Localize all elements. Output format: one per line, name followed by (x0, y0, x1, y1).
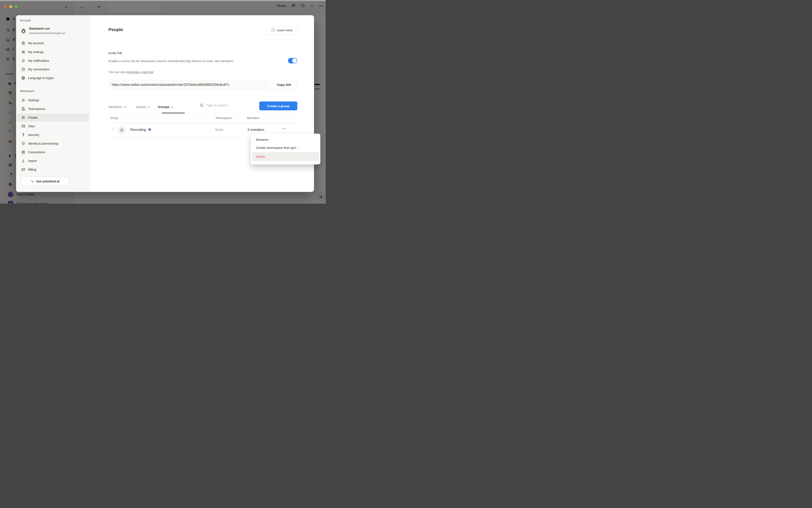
grid-icon (21, 150, 26, 154)
expand-chevron-icon[interactable]: › (112, 127, 113, 132)
credit-card-icon (21, 167, 26, 172)
copy-link-button[interactable]: Copy link (271, 80, 297, 89)
group-people-icon (120, 128, 124, 132)
group-name[interactable]: Recruiting (130, 128, 152, 132)
workspace-section-label: Workspace (20, 90, 34, 93)
invite-link-toggle[interactable] (288, 58, 297, 64)
settings-modal: Account Stephanie Lee stephanie@toolsfor… (16, 15, 314, 192)
tab-members[interactable]: Members21 (109, 105, 127, 109)
sidebar-item-identity-provisioning[interactable]: Identity & provisioning (17, 139, 89, 147)
import-arrow-icon (21, 159, 26, 163)
search-icon (200, 103, 204, 108)
sidebar-item-people[interactable]: People (17, 114, 89, 122)
create-group-button[interactable]: Create a group (259, 101, 297, 110)
menu-item-create-teamspace[interactable]: Create teamspace from gro... (252, 144, 319, 152)
column-header-members: Members (247, 116, 259, 120)
toggle-knob (292, 58, 297, 63)
cell-teamspaces: None (215, 128, 223, 132)
generate-new-link[interactable]: generate a new link (127, 71, 154, 74)
screen: « ← → + Share ☆ ••• (0, 0, 326, 204)
zoom-window-button[interactable] (15, 5, 17, 8)
gear-icon (21, 98, 26, 102)
tab-groups[interactable]: Groups1 (158, 105, 173, 109)
people-icon (21, 116, 26, 120)
shield-check-icon (21, 141, 26, 146)
sidebar-item-teamspaces[interactable]: Teamspaces (17, 105, 89, 113)
help-question-icon: ? (271, 28, 275, 32)
sidebar-item-billing[interactable]: Billing (17, 166, 89, 174)
page-title: People (109, 27, 123, 32)
close-window-button[interactable] (4, 5, 7, 8)
sliders-icon (21, 50, 26, 54)
globe-icon (21, 76, 26, 80)
sidebar-item-settings[interactable]: Settings (17, 96, 89, 104)
group-avatar (118, 126, 126, 134)
invite-link-heading: Invite link (109, 51, 122, 55)
key-icon (21, 133, 26, 137)
sidebar-item-my-connections[interactable]: My connections (17, 65, 89, 73)
sidebar-item-security[interactable]: Security (17, 131, 89, 139)
ai-sparkles-icon (30, 179, 34, 183)
group-context-menu: Rename Create teamspace from gro... Dele… (251, 134, 320, 165)
menu-item-rename[interactable]: Rename (252, 136, 319, 144)
speaking-head-emoji (148, 128, 152, 132)
tab-guests[interactable]: Guests2 (136, 105, 150, 109)
invite-link-also-text: You can also generate a new link (109, 71, 153, 74)
row-more-icon[interactable]: ••• (282, 127, 287, 131)
user-name: Stephanie Lee (29, 27, 50, 30)
sidebar-item-my-settings[interactable]: My settings (17, 48, 89, 56)
group-search (200, 103, 250, 108)
sidebar-item-sites[interactable]: Sites (17, 122, 89, 130)
active-tab-underline (162, 113, 185, 113)
minimize-window-button[interactable] (9, 5, 12, 8)
settings-sidebar: Account Stephanie Lee stephanie@toolsfor… (16, 15, 90, 192)
person-circle-icon (21, 41, 26, 45)
sidebar-item-import[interactable]: Import (17, 157, 89, 165)
cell-members: 3 members (247, 128, 264, 132)
search-input[interactable] (206, 103, 250, 108)
arrow-up-right-box-icon (21, 67, 26, 72)
column-header-teamspaces: Teamspaces (215, 116, 232, 120)
column-header-group: Group (110, 116, 118, 120)
user-avatar (20, 28, 27, 34)
sidebar-item-connections[interactable]: Connections (17, 148, 89, 156)
menubar-strip (0, 0, 326, 1)
invite-link-description: Enable a secret link for Workspace Owner… (109, 59, 247, 64)
learn-more-button[interactable]: ? Learn more (267, 26, 297, 34)
account-section-label: Account (20, 19, 31, 22)
building-icon (21, 107, 26, 111)
browser-cursor-icon (21, 124, 26, 128)
menu-item-delete[interactable]: Delete (252, 152, 319, 161)
people-tabs: Members21 Guests2 Groups1 (109, 103, 173, 111)
sidebar-item-language-region[interactable]: Language & region (17, 74, 89, 82)
window-controls (4, 5, 17, 8)
invite-link-input[interactable] (109, 80, 268, 89)
sidebar-item-my-notifications[interactable]: My notifications (17, 57, 89, 65)
user-email: stephanie@toolsforthought.xyz (29, 32, 65, 35)
bell-icon (21, 58, 26, 63)
get-unlimited-ai-button[interactable]: Get unlimited AI (21, 177, 69, 186)
sidebar-item-my-account[interactable]: My account (17, 39, 89, 47)
